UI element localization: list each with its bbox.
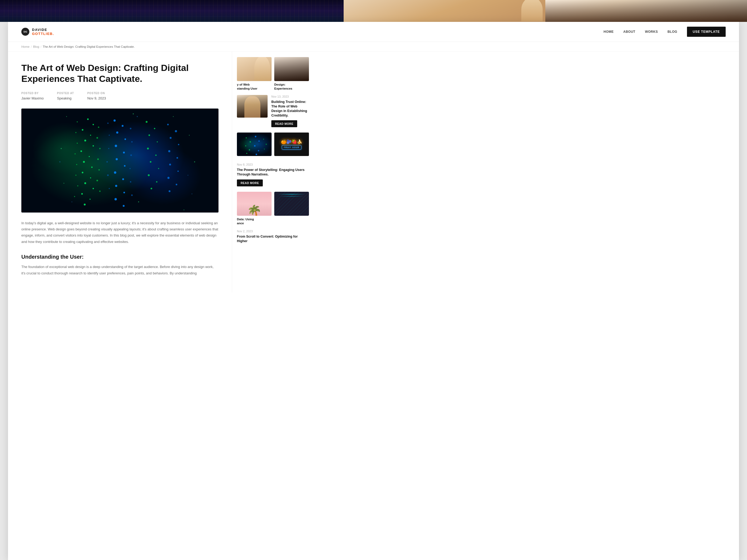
site-header: DG DAVIDE GOTTLIEB. HOME ABOUT WORKS BLO… [8, 22, 739, 42]
svg-point-31 [74, 196, 75, 197]
svg-point-7 [89, 156, 90, 157]
svg-point-6 [81, 151, 82, 152]
meta-posted-at: POSTED AT Speaking [57, 92, 74, 101]
svg-point-38 [116, 158, 118, 160]
svg-point-59 [154, 128, 155, 129]
svg-point-97 [249, 149, 250, 151]
svg-point-39 [124, 165, 126, 167]
svg-point-81 [133, 113, 134, 114]
meta-posted-by: POSTED BY Javier Maximo [21, 92, 44, 101]
sidebar-partial-card-2: Design:Experiences [274, 57, 309, 91]
svg-point-61 [157, 141, 158, 142]
sidebar-card-2-title: The Power of Storytelling: Engaging User… [237, 168, 309, 177]
nav-about[interactable]: ABOUT [623, 30, 635, 34]
svg-point-95 [250, 141, 251, 143]
svg-point-57 [131, 194, 133, 196]
svg-point-85 [194, 161, 195, 162]
logo-area: DG DAVIDE GOTTLIEB. [21, 28, 54, 36]
svg-point-43 [124, 192, 125, 193]
svg-point-42 [115, 185, 118, 187]
svg-point-32 [114, 119, 116, 122]
svg-point-25 [76, 164, 77, 165]
svg-point-20 [97, 137, 98, 139]
logo-last: GOTTLIEB. [32, 32, 54, 36]
sidebar-escalator-card [274, 192, 309, 225]
svg-point-51 [130, 154, 132, 156]
svg-point-45 [123, 205, 125, 207]
svg-point-50 [108, 148, 109, 149]
svg-point-16 [84, 204, 86, 205]
sidebar-card-2: Nov 8, 2023 The Power of Storytelling: E… [237, 163, 309, 186]
svg-point-13 [93, 188, 94, 189]
breadcrumb-sep-1: / [31, 45, 32, 48]
svg-point-17 [77, 121, 78, 123]
article-title: The Art of Web Design: Crafting Digital … [21, 62, 218, 84]
svg-point-10 [82, 172, 83, 174]
svg-point-104 [263, 139, 264, 140]
svg-point-44 [114, 198, 117, 200]
svg-point-82 [173, 116, 174, 117]
logo-avatar: DG [21, 28, 29, 36]
logo-text: DAVIDE GOTTLIEB. [32, 28, 54, 36]
sidebar-card-2-date: Nov 8, 2023 [237, 163, 309, 166]
sidebar-card-2-read-more[interactable]: READ MORE [237, 180, 263, 186]
sidebar-palm-card: 🌴 Data: Usingance [237, 192, 272, 225]
sidebar-card-1-title: Building Trust Online: The Role of Web D… [271, 100, 309, 118]
svg-point-76 [177, 170, 179, 172]
svg-point-23 [75, 153, 76, 154]
svg-point-11 [90, 177, 91, 179]
svg-point-98 [246, 153, 247, 154]
svg-point-83 [61, 148, 62, 149]
svg-point-14 [81, 193, 83, 195]
svg-point-70 [175, 130, 177, 132]
svg-point-60 [149, 134, 150, 136]
svg-point-78 [176, 184, 177, 185]
svg-point-86 [63, 183, 64, 184]
svg-point-22 [99, 148, 101, 149]
nav-works[interactable]: WORKS [645, 30, 658, 34]
svg-point-27 [76, 175, 77, 176]
sidebar-partial-card-1: y of Webstanding User [237, 57, 272, 91]
svg-point-56 [109, 188, 110, 189]
svg-point-52 [106, 161, 108, 162]
breadcrumb: Home / Blog / The Art of Web Design: Cra… [8, 42, 739, 52]
svg-point-5 [93, 145, 94, 146]
svg-point-18 [98, 126, 99, 128]
svg-point-4 [84, 139, 86, 141]
svg-point-65 [158, 168, 159, 169]
svg-point-102 [258, 150, 259, 152]
svg-point-88 [184, 209, 184, 210]
use-template-button[interactable]: USE TEMPLATE [687, 27, 726, 37]
svg-point-26 [99, 169, 100, 170]
svg-point-49 [131, 141, 133, 142]
nav-blog[interactable]: BLOG [668, 30, 677, 34]
svg-point-67 [156, 181, 157, 182]
svg-point-105 [266, 144, 267, 145]
svg-point-12 [84, 182, 86, 184]
svg-point-63 [155, 154, 157, 156]
sidebar-card-1-read-more[interactable]: READ MORE [271, 120, 297, 127]
nav-home[interactable]: HOME [603, 30, 614, 34]
svg-point-89 [72, 201, 72, 202]
breadcrumb-blog[interactable]: Blog [33, 45, 39, 48]
breadcrumb-home[interactable]: Home [21, 45, 30, 48]
svg-point-94 [246, 137, 247, 138]
svg-point-40 [114, 171, 116, 174]
svg-point-96 [245, 145, 246, 146]
svg-point-74 [177, 157, 178, 159]
meta-posted-on: POSTED ON Nov 9, 2023 [87, 92, 106, 101]
breadcrumb-current: The Art of Web Design: Crafting Digital … [43, 45, 135, 48]
svg-point-3 [90, 135, 91, 136]
svg-point-19 [76, 132, 77, 133]
svg-point-69 [167, 124, 169, 125]
svg-point-79 [169, 190, 171, 192]
svg-point-28 [97, 180, 98, 181]
svg-point-100 [259, 140, 260, 142]
svg-point-2 [82, 129, 83, 131]
svg-point-41 [122, 178, 124, 180]
svg-point-64 [150, 161, 152, 163]
svg-point-48 [109, 135, 110, 136]
sidebar-card-1-date: Nov 13, 2023 [271, 95, 309, 98]
svg-point-77 [168, 177, 170, 179]
main-nav: HOME ABOUT WORKS BLOG USE TEMPLATE [603, 27, 726, 37]
